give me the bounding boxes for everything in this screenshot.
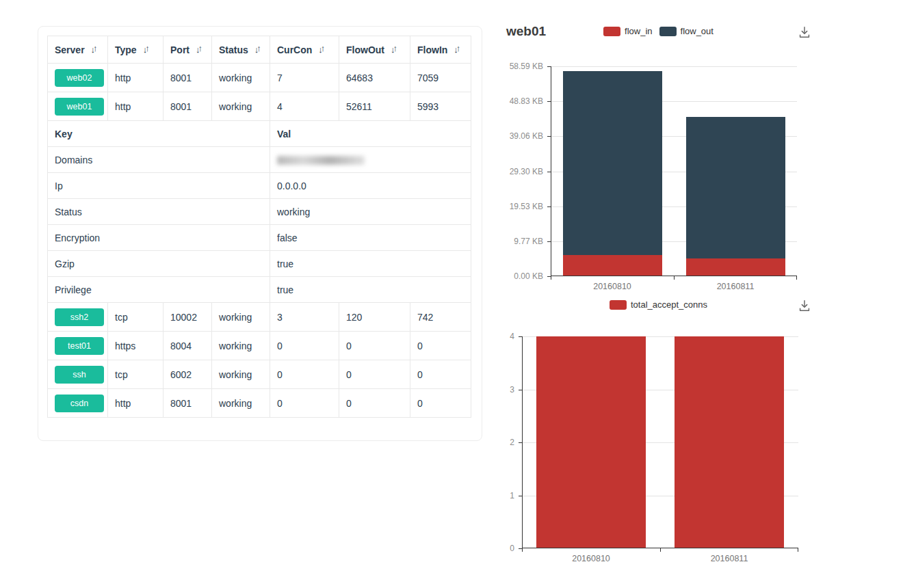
table-cell: https (108, 332, 163, 360)
table-cell: 0 (270, 360, 339, 389)
column-header-type[interactable]: Type↓↑ (108, 36, 163, 64)
sort-icon[interactable]: ↓↑ (254, 45, 259, 54)
detail-val-cell: true (270, 277, 471, 303)
table-cell: working (212, 332, 270, 360)
x-axis-tick (551, 276, 551, 280)
table-cell: working (212, 64, 270, 92)
x-axis-label: 20160810 (522, 554, 660, 563)
sort-icon[interactable]: ↓↑ (143, 45, 148, 54)
detail-key-cell: Privilege (48, 277, 270, 303)
column-header-label: Port (170, 44, 189, 55)
server-badge[interactable]: csdn (55, 395, 104, 412)
table-cell: 0 (339, 360, 410, 389)
table-cell: http (108, 92, 163, 121)
y-axis-label: 19.53 KB (497, 202, 543, 211)
server-badge[interactable]: ssh (55, 366, 104, 384)
column-header-label: FlowIn (417, 44, 447, 55)
server-badge[interactable]: test01 (55, 337, 104, 355)
column-header-curcon[interactable]: CurCon↓↑ (270, 36, 339, 64)
table-cell: 64683 (339, 64, 410, 92)
bar-segment-flow_out-20160811[interactable] (686, 117, 785, 258)
table-cell: 7059 (410, 64, 471, 92)
detail-row: Statusworking (48, 199, 471, 225)
sort-icon[interactable]: ↓↑ (454, 45, 458, 54)
sort-icon[interactable]: ↓↑ (391, 45, 395, 54)
legend-swatch (659, 27, 677, 36)
table-row-server: test01https8004working000 (48, 332, 471, 360)
table-row-server: sshtcp6002working000 (48, 360, 471, 389)
table-cell: working (212, 389, 270, 418)
table-cell: 0 (270, 332, 339, 360)
sort-icon[interactable]: ↓↑ (196, 45, 200, 54)
legend-item-flow_out[interactable]: flow_out (659, 26, 714, 36)
chart-legend: flow_inflow_out (499, 26, 817, 36)
legend-label: total_accept_conns (631, 299, 707, 310)
table-cell: 8001 (163, 92, 212, 121)
bar-segment-total_accept_conns-20160811[interactable] (675, 336, 784, 548)
chart-legend: total_accept_conns (499, 299, 817, 310)
column-header-label: CurCon (277, 44, 312, 55)
server-cell: ssh (48, 360, 108, 389)
table-cell: 6002 (163, 360, 212, 389)
y-axis-label: 2 (497, 438, 514, 447)
bar-segment-flow_in-20160810[interactable] (563, 255, 662, 276)
chart-plot: 0.00 KB9.77 KB19.53 KB29.30 KB39.06 KB48… (551, 66, 797, 276)
table-cell: 120 (339, 303, 410, 332)
server-table-body: web02http8001working7646837059web01http8… (48, 64, 471, 418)
server-badge[interactable]: web01 (55, 98, 104, 116)
sort-icon[interactable]: ↓↑ (318, 45, 323, 54)
y-axis-label: 29.30 KB (497, 167, 543, 176)
y-axis-label: 58.59 KB (497, 62, 543, 71)
column-header-status[interactable]: Status↓↑ (212, 36, 270, 64)
y-axis-label: 3 (497, 385, 514, 395)
table-header-row: Server↓↑ Type↓↑ Port↓↑ Status↓↑ CurCon↓↑… (48, 36, 471, 64)
column-header-server[interactable]: Server↓↑ (48, 36, 108, 64)
chart-plot: 012342016081020160811 (522, 336, 798, 548)
detail-val-cell: true (270, 251, 471, 277)
detail-key-cell: Encryption (48, 225, 270, 251)
server-cell: test01 (48, 332, 108, 360)
column-header-flowout[interactable]: FlowOut↓↑ (339, 36, 410, 64)
x-axis-tick (522, 548, 523, 552)
y-axis-label: 39.06 KB (497, 131, 543, 141)
legend-item-total_accept_conns[interactable]: total_accept_conns (610, 299, 707, 310)
bar-segment-total_accept_conns-20160810[interactable] (536, 336, 646, 548)
legend-label: flow_in (625, 26, 652, 36)
save-as-image-icon[interactable] (797, 25, 812, 40)
gridline (551, 66, 797, 67)
column-header-port[interactable]: Port↓↑ (163, 36, 212, 64)
sort-icon[interactable]: ↓↑ (91, 45, 96, 54)
table-cell: http (108, 389, 163, 418)
legend-item-flow_in[interactable]: flow_in (603, 26, 652, 36)
column-header-label: Status (219, 44, 248, 55)
table-row-server: ssh2tcp10002working3120742 (48, 303, 471, 332)
table-cell: 8001 (163, 389, 212, 418)
table-row-server: csdnhttp8001working000 (48, 389, 471, 418)
detail-row: Ip0.0.0.0 (48, 173, 471, 199)
detail-row: Gziptrue (48, 251, 471, 277)
y-axis-label: 0.00 KB (497, 271, 543, 281)
column-header-flowin[interactable]: FlowIn↓↑ (410, 36, 471, 64)
server-table: Server↓↑ Type↓↑ Port↓↑ Status↓↑ CurCon↓↑… (47, 36, 471, 418)
detail-header-row: KeyVal (48, 121, 471, 147)
legend-swatch (610, 300, 627, 310)
detail-row: Privilegetrue (48, 277, 471, 303)
bar-segment-flow_out-20160810[interactable] (563, 71, 662, 255)
table-cell: 0 (410, 360, 471, 389)
y-axis-label: 0 (497, 544, 514, 553)
table-row-server: web02http8001working7646837059 (48, 64, 471, 92)
detail-key-header: Key (48, 121, 270, 147)
table-cell: 3 (270, 303, 339, 332)
table-cell: 8001 (163, 64, 212, 92)
detail-key-cell: Status (48, 199, 270, 225)
table-cell: 5993 (410, 92, 471, 121)
server-badge[interactable]: ssh2 (55, 308, 104, 326)
y-axis-label: 48.83 KB (497, 96, 543, 106)
server-badge[interactable]: web02 (55, 69, 104, 87)
chart-2: total_accept_conns012342016081020160811 (499, 294, 817, 571)
y-axis-label: 9.77 KB (497, 237, 543, 246)
column-header-label: Server (55, 44, 85, 55)
save-as-image-icon[interactable] (797, 298, 812, 313)
bar-segment-flow_in-20160811[interactable] (686, 258, 785, 276)
detail-val-cell: working (270, 199, 471, 225)
